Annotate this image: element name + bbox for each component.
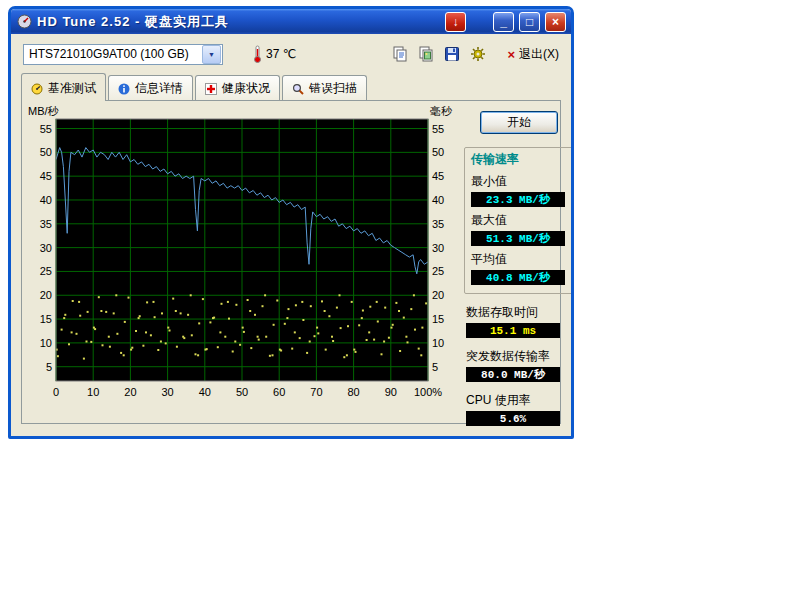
stats-column: 开始 传输速率 最小值 23.3 MB/秒 最大值 51.3 MB/秒 平均值 … [464,107,574,426]
min-label: 最小值 [471,173,567,190]
save-icon[interactable] [441,43,463,65]
svg-text:10: 10 [87,386,99,398]
copy-icon[interactable] [389,43,411,65]
svg-text:25: 25 [40,265,52,277]
svg-text:100%: 100% [414,386,442,398]
svg-text:40: 40 [40,194,52,206]
info-icon [118,83,130,95]
svg-text:45: 45 [40,170,52,182]
temperature-indicator: 37 ℃ [253,45,296,63]
svg-text:0: 0 [53,386,59,398]
svg-text:40: 40 [199,386,211,398]
health-icon [205,83,217,95]
svg-text:50: 50 [236,386,248,398]
tab-benchmark-label: 基准测试 [48,80,96,97]
svg-text:55: 55 [432,123,444,135]
svg-text:90: 90 [385,386,397,398]
svg-text:55: 55 [40,123,52,135]
window-title: HD Tune 2.52 - 硬盘实用工具 [37,13,440,31]
exit-button[interactable]: × 退出(X) [507,46,559,63]
titlebar: HD Tune 2.52 - 硬盘实用工具 ↓ _ □ × [11,9,571,34]
tab-info[interactable]: 信息详情 [108,75,193,100]
svg-text:15: 15 [432,313,444,325]
svg-text:毫秒: 毫秒 [430,105,453,117]
burst-rate-label: 突发数据传输率 [466,348,574,365]
tab-info-label: 信息详情 [135,80,183,97]
drive-selector-value: HTS721010G9AT00 (100 GB) [29,47,189,61]
tab-strip: 基准测试 信息详情 健康状况 错误扫描 [11,72,571,100]
transfer-rate-title: 传输速率 [471,151,567,168]
tab-error-scan-label: 错误扫描 [309,80,357,97]
download-button[interactable]: ↓ [445,12,466,32]
access-time-label: 数据存取时间 [466,304,574,321]
svg-text:40: 40 [432,194,444,206]
transfer-rate-group: 传输速率 最小值 23.3 MB/秒 最大值 51.3 MB/秒 平均值 40.… [464,147,574,294]
tab-benchmark[interactable]: 基准测试 [21,73,106,101]
toolbar-icons [389,43,489,65]
temperature-value: 37 ℃ [266,47,296,61]
maximize-button[interactable]: □ [519,12,540,32]
max-value: 51.3 MB/秒 [471,231,565,246]
access-time-value: 15.1 ms [466,323,560,338]
svg-text:20: 20 [432,289,444,301]
svg-text:25: 25 [432,265,444,277]
svg-text:30: 30 [161,386,173,398]
exit-button-label: 退出(X) [519,46,559,63]
cpu-usage-label: CPU 使用率 [466,392,574,409]
tab-error-scan[interactable]: 错误扫描 [282,75,367,100]
copy-image-icon[interactable] [415,43,437,65]
svg-text:50: 50 [432,146,444,158]
benchmark-icon [31,83,43,95]
tab-health[interactable]: 健康状况 [195,75,280,100]
svg-text:45: 45 [432,170,444,182]
svg-text:20: 20 [40,289,52,301]
svg-text:10: 10 [40,337,52,349]
burst-rate-section: 突发数据传输率 80.0 MB/秒 [464,348,574,382]
thermometer-icon [253,45,262,63]
chevron-down-icon[interactable]: ▼ [202,45,221,64]
tab-health-label: 健康状况 [222,80,270,97]
svg-text:70: 70 [310,386,322,398]
cpu-usage-value: 5.6% [466,411,560,426]
svg-text:5: 5 [46,361,52,373]
burst-rate-value: 80.0 MB/秒 [466,367,560,382]
exit-x-icon: × [507,47,515,62]
svg-text:60: 60 [273,386,285,398]
benchmark-chart: 5510101515202025253030353540404545505055… [26,105,462,405]
minimize-button[interactable]: _ [493,12,514,32]
svg-text:30: 30 [432,242,444,254]
svg-text:5: 5 [432,361,438,373]
toolbar: HTS721010G9AT00 (100 GB) ▼ 37 ℃ [11,34,571,72]
benchmark-panel: 5510101515202025253030353540404545505055… [21,100,561,424]
svg-text:80: 80 [347,386,359,398]
avg-label: 平均值 [471,251,567,268]
svg-text:35: 35 [432,218,444,230]
scan-icon [292,83,304,95]
svg-text:20: 20 [124,386,136,398]
min-value: 23.3 MB/秒 [471,192,565,207]
hdtune-window: HD Tune 2.52 - 硬盘实用工具 ↓ _ □ × HTS721010G… [8,6,574,439]
close-button[interactable]: × [545,12,566,32]
svg-text:50: 50 [40,146,52,158]
avg-value: 40.8 MB/秒 [471,270,565,285]
svg-text:30: 30 [40,242,52,254]
start-button[interactable]: 开始 [480,111,558,134]
drive-selector[interactable]: HTS721010G9AT00 (100 GB) ▼ [23,44,223,65]
svg-text:35: 35 [40,218,52,230]
cpu-usage-section: CPU 使用率 5.6% [464,392,574,426]
svg-text:10: 10 [432,337,444,349]
svg-text:MB/秒: MB/秒 [28,105,60,117]
access-time-section: 数据存取时间 15.1 ms [464,304,574,338]
max-label: 最大值 [471,212,567,229]
app-icon [17,14,32,29]
settings-icon[interactable] [467,43,489,65]
svg-text:15: 15 [40,313,52,325]
